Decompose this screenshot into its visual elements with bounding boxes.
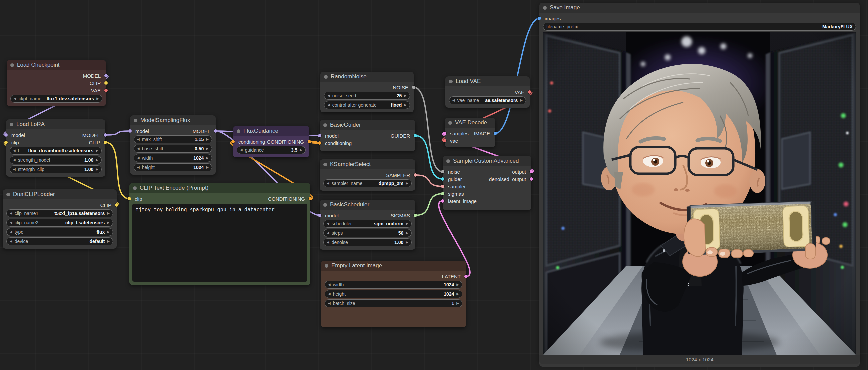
- widget-noise-seed[interactable]: ◀noise_seed25▶: [324, 92, 410, 100]
- node-basicscheduler[interactable]: BasicSchedulermodelSIGMAS◀schedulersgm_u…: [319, 200, 415, 250]
- increment-arrow-icon[interactable]: ▶: [107, 240, 110, 243]
- widget-height[interactable]: ◀height1024▶: [134, 163, 212, 171]
- decrement-arrow-icon[interactable]: ◀: [327, 182, 329, 185]
- input-slot-noise[interactable]: [441, 170, 444, 173]
- decrement-arrow-icon[interactable]: ◀: [137, 147, 140, 150]
- output-slot-model[interactable]: [104, 133, 107, 137]
- input-slot-model[interactable]: [4, 133, 8, 137]
- collapse-dot[interactable]: [10, 63, 14, 67]
- widget-base-shift[interactable]: ◀base_shift0.50▶: [134, 145, 212, 153]
- output-slot-model[interactable]: [104, 74, 108, 77]
- collapse-dot[interactable]: [449, 80, 453, 83]
- widget-strength-clip[interactable]: ◀strength_clip1.00▶: [10, 165, 102, 173]
- decrement-arrow-icon[interactable]: ◀: [137, 138, 140, 141]
- collapse-dot[interactable]: [134, 119, 137, 122]
- widget-control-after-generate[interactable]: ◀control after generatefixed▶: [324, 101, 410, 109]
- prompt-textarea[interactable]: tjtoy toy holding sparkgpu gpu in a data…: [132, 204, 307, 282]
- output-slot-clip[interactable]: [104, 141, 107, 144]
- node-header-clip-text-encode-prompt[interactable]: CLIP Text Encode (Prompt): [129, 183, 310, 193]
- widget-width[interactable]: ◀width1024▶: [324, 281, 462, 289]
- node-basicguider[interactable]: BasicGuidermodelGUIDERconditioning: [319, 120, 415, 151]
- widget-height[interactable]: ◀height1024▶: [324, 290, 462, 298]
- input-slot-vae[interactable]: [443, 139, 446, 142]
- collapse-dot[interactable]: [237, 129, 240, 133]
- decrement-arrow-icon[interactable]: ◀: [14, 97, 17, 100]
- input-slot-guider[interactable]: [441, 177, 444, 181]
- increment-arrow-icon[interactable]: ▶: [406, 241, 408, 244]
- widget-lor[interactable]: ◀lor ...flux_dreambooth.safetensors▶: [10, 147, 102, 155]
- node-vae-decode[interactable]: VAE DecodesamplesIMAGEvae: [445, 118, 495, 147]
- decrement-arrow-icon[interactable]: ◀: [137, 156, 140, 160]
- increment-arrow-icon[interactable]: ▶: [206, 138, 209, 141]
- collapse-dot[interactable]: [448, 121, 452, 125]
- node-load-lora[interactable]: Load LoRAmodelMODELclipCLIP◀lor ...flux_…: [6, 119, 105, 177]
- input-slot-samples[interactable]: [443, 132, 446, 135]
- input-slot-images[interactable]: [538, 17, 541, 20]
- widget-clip-name2[interactable]: ◀clip_name2clip_l.safetensors▶: [6, 218, 113, 227]
- node-header-load-lora[interactable]: Load LoRA: [6, 119, 105, 129]
- collapse-dot[interactable]: [323, 123, 327, 127]
- input-slot-latent-image[interactable]: [441, 199, 444, 203]
- output-slot-clip[interactable]: [115, 203, 118, 207]
- node-header-modelsamplingflux[interactable]: ModelSamplingFlux: [130, 115, 216, 125]
- widget-strength-model[interactable]: ◀strength_model1.00▶: [10, 156, 102, 164]
- node-save-image[interactable]: Save Image images filename_prefix Markur…: [539, 3, 860, 363]
- output-slot-latent[interactable]: [464, 275, 468, 278]
- input-slot-conditioning[interactable]: [318, 141, 321, 145]
- decrement-arrow-icon[interactable]: ◀: [137, 166, 140, 169]
- increment-arrow-icon[interactable]: ▶: [107, 221, 110, 224]
- node-load-checkpoint[interactable]: Load CheckpointMODELCLIPVAE◀ckpt_nameflu…: [7, 60, 106, 106]
- decrement-arrow-icon[interactable]: ◀: [327, 231, 329, 235]
- decrement-arrow-icon[interactable]: ◀: [328, 302, 331, 305]
- decrement-arrow-icon[interactable]: ◀: [328, 292, 331, 296]
- increment-arrow-icon[interactable]: ▶: [406, 222, 408, 225]
- increment-arrow-icon[interactable]: ▶: [300, 148, 302, 152]
- collapse-dot[interactable]: [324, 75, 328, 79]
- node-header-samplercustomadvanced[interactable]: SamplerCustomAdvanced: [443, 156, 531, 166]
- input-slot-clip[interactable]: [4, 141, 8, 144]
- decrement-arrow-icon[interactable]: ◀: [10, 230, 12, 234]
- collapse-dot[interactable]: [133, 186, 137, 190]
- increment-arrow-icon[interactable]: ▶: [456, 302, 459, 305]
- decrement-arrow-icon[interactable]: ◀: [327, 222, 329, 225]
- decrement-arrow-icon[interactable]: ◀: [10, 221, 12, 224]
- decrement-arrow-icon[interactable]: ◀: [327, 241, 329, 244]
- node-header-load-vae[interactable]: Load VAE: [445, 76, 530, 86]
- node-load-vae[interactable]: Load VAEVAE◀vae_nameae.safetensors▶: [445, 76, 530, 108]
- widget-steps[interactable]: ◀steps50▶: [323, 229, 412, 237]
- collapse-dot[interactable]: [446, 159, 450, 163]
- node-modelsamplingflux[interactable]: ModelSamplingFluxmodelMODEL◀max_shift1.1…: [130, 115, 216, 175]
- increment-arrow-icon[interactable]: ▶: [206, 156, 209, 160]
- widget-ckpt-name[interactable]: ◀ckpt_nameflux1-dev.safetensors▶: [10, 95, 102, 103]
- increment-arrow-icon[interactable]: ▶: [107, 230, 110, 234]
- output-slot-guider[interactable]: [414, 134, 417, 137]
- node-clip-text-encode-prompt[interactable]: CLIP Text Encode (Prompt)clipCONDITIONIN…: [129, 183, 310, 285]
- decrement-arrow-icon[interactable]: ◀: [13, 158, 16, 162]
- widget-batch-size[interactable]: ◀batch_size1▶: [324, 299, 462, 307]
- increment-arrow-icon[interactable]: ▶: [206, 166, 209, 169]
- node-header-basicscheduler[interactable]: BasicScheduler: [319, 200, 415, 210]
- node-header-ksamplerselect[interactable]: KSamplerSelect: [319, 159, 415, 169]
- output-slot-sigmas[interactable]: [414, 214, 417, 217]
- input-slot-clip[interactable]: [128, 197, 131, 200]
- output-slot-noise[interactable]: [412, 86, 415, 89]
- graph-canvas[interactable]: Load CheckpointMODELCLIPVAE◀ckpt_nameflu…: [0, 0, 868, 370]
- increment-arrow-icon[interactable]: ▶: [406, 231, 408, 235]
- increment-arrow-icon[interactable]: ▶: [404, 103, 407, 107]
- increment-arrow-icon[interactable]: ▶: [96, 97, 99, 100]
- output-slot-conditioning[interactable]: [309, 197, 312, 200]
- widget-sampler-name[interactable]: ◀sampler_namedpmpp_2m▶: [323, 179, 412, 187]
- decrement-arrow-icon[interactable]: ◀: [13, 149, 16, 152]
- decrement-arrow-icon[interactable]: ◀: [328, 283, 331, 286]
- widget-denoise[interactable]: ◀denoise1.00▶: [323, 238, 412, 246]
- widget-scheduler[interactable]: ◀schedulersgm_uniform▶: [323, 220, 412, 228]
- node-header-empty-latent-image[interactable]: Empty Latent Image: [321, 261, 466, 271]
- widget-clip-name1[interactable]: ◀clip_name1t5xxl_fp16.safetensors▶: [6, 209, 113, 217]
- decrement-arrow-icon[interactable]: ◀: [327, 94, 330, 97]
- widget-vae-name[interactable]: ◀vae_nameae.safetensors▶: [449, 96, 526, 104]
- collapse-dot[interactable]: [323, 203, 327, 207]
- output-slot-image[interactable]: [494, 132, 497, 135]
- widget-type[interactable]: ◀typeflux▶: [6, 228, 113, 236]
- output-slot-vae[interactable]: [528, 90, 531, 94]
- node-header-dualcliploader[interactable]: DualCLIPLoader: [3, 189, 117, 199]
